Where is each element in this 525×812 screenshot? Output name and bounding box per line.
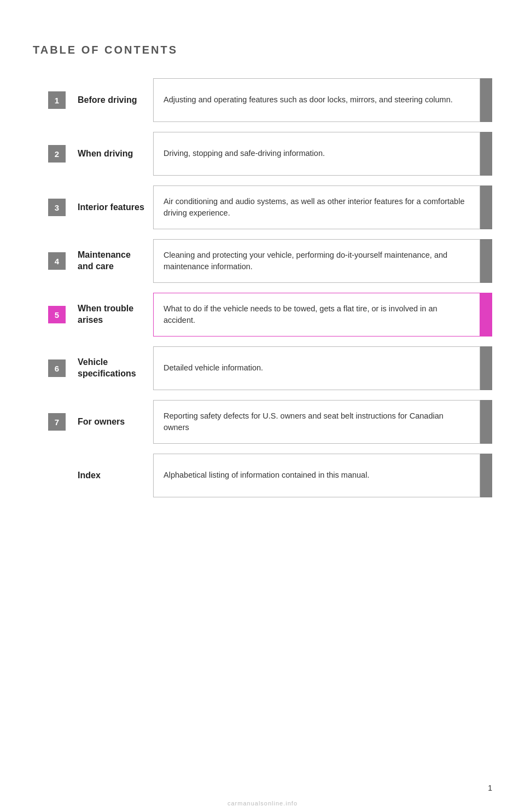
entry-description-before-driving: Adjusting and operating features such as… — [153, 78, 480, 122]
page-title: TABLE OF CONTENTS — [33, 44, 492, 56]
toc-entry-index[interactable]: IndexAlphabetical listing of information… — [33, 454, 492, 497]
entry-left-for-owners: 7For owners — [33, 400, 153, 444]
toc-entry-when-driving[interactable]: 2When drivingDriving, stopping and safe-… — [33, 132, 492, 176]
entry-number-when-trouble-arises: 5 — [48, 306, 66, 323]
entry-title-before-driving: Before driving — [78, 95, 137, 106]
entry-description-for-owners: Reporting safety defects for U.S. owners… — [153, 400, 480, 444]
entry-description-when-trouble-arises: What to do if the vehicle needs to be to… — [153, 293, 480, 337]
entry-description-interior-features: Air conditioning and audio systems, as w… — [153, 185, 480, 229]
entry-left-index: Index — [33, 454, 153, 497]
entry-right-accent-when-driving — [480, 132, 492, 176]
entry-description-when-driving: Driving, stopping and safe-driving infor… — [153, 132, 480, 176]
entry-number-vehicle-specifications: 6 — [48, 359, 66, 377]
entry-number-before-driving: 1 — [48, 91, 66, 109]
entry-left-before-driving: 1Before driving — [33, 78, 153, 122]
entry-title-when-trouble-arises: When trouble arises — [78, 303, 145, 326]
entry-right-accent-vehicle-specifications — [480, 346, 492, 390]
entry-title-for-owners: For owners — [78, 416, 125, 428]
toc-entry-before-driving[interactable]: 1Before drivingAdjusting and operating f… — [33, 78, 492, 122]
entry-title-interior-features: Interior features — [78, 202, 144, 213]
toc-entry-when-trouble-arises[interactable]: 5When trouble arisesWhat to do if the ve… — [33, 293, 492, 337]
entry-title-index: Index — [78, 470, 101, 482]
entry-right-accent-interior-features — [480, 185, 492, 229]
entry-number-for-owners: 7 — [48, 413, 66, 431]
entry-right-accent-index — [480, 454, 492, 497]
entry-number-index — [48, 467, 66, 484]
entry-left-interior-features: 3Interior features — [33, 185, 153, 229]
entry-description-vehicle-specifications: Detailed vehicle information. — [153, 346, 480, 390]
toc-entry-for-owners[interactable]: 7For ownersReporting safety defects for … — [33, 400, 492, 444]
entry-left-when-trouble-arises: 5When trouble arises — [33, 293, 153, 337]
entry-left-when-driving: 2When driving — [33, 132, 153, 176]
toc-entries: 1Before drivingAdjusting and operating f… — [33, 78, 492, 497]
entry-number-interior-features: 3 — [48, 199, 66, 216]
entry-number-when-driving: 2 — [48, 145, 66, 163]
entry-description-maintenance-and-care: Cleaning and protecting your vehicle, pe… — [153, 239, 480, 283]
entry-left-maintenance-and-care: 4Maintenance and care — [33, 239, 153, 283]
entry-description-index: Alphabetical listing of information cont… — [153, 454, 480, 497]
page-container: TABLE OF CONTENTS 1Before drivingAdjusti… — [0, 0, 525, 812]
entry-title-maintenance-and-care: Maintenance and care — [78, 250, 145, 272]
entry-left-vehicle-specifications: 6Vehicle specifications — [33, 346, 153, 390]
toc-entry-vehicle-specifications[interactable]: 6Vehicle specificationsDetailed vehicle … — [33, 346, 492, 390]
watermark: carmanualsonline.info — [0, 800, 525, 807]
entry-right-accent-for-owners — [480, 400, 492, 444]
entry-right-accent-before-driving — [480, 78, 492, 122]
entry-title-when-driving: When driving — [78, 148, 133, 160]
entry-number-maintenance-and-care: 4 — [48, 252, 66, 270]
page-number: 1 — [488, 784, 492, 792]
entry-right-accent-when-trouble-arises — [480, 293, 492, 337]
toc-entry-interior-features[interactable]: 3Interior featuresAir conditioning and a… — [33, 185, 492, 229]
entry-right-accent-maintenance-and-care — [480, 239, 492, 283]
entry-title-vehicle-specifications: Vehicle specifications — [78, 357, 145, 380]
toc-entry-maintenance-and-care[interactable]: 4Maintenance and careCleaning and protec… — [33, 239, 492, 283]
